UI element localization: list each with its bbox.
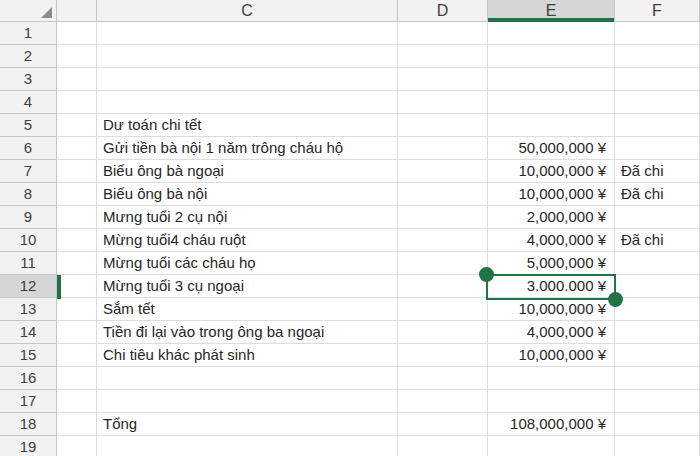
cell-B4[interactable]: [57, 91, 97, 114]
cell-F7[interactable]: Đã chi: [615, 160, 700, 183]
cell-C8[interactable]: Biếu ông bà nội: [97, 183, 398, 206]
column-header-b[interactable]: [57, 0, 97, 22]
cell-F6[interactable]: [615, 137, 700, 160]
column-header-D[interactable]: D: [398, 0, 488, 22]
cell-C12[interactable]: Mừng tuổi 3 cụ ngoại: [97, 275, 398, 298]
cell-C10[interactable]: Mừng tuổi4 cháu ruột: [97, 229, 398, 252]
cell-B13[interactable]: [57, 298, 97, 321]
cell-D9[interactable]: [398, 206, 488, 229]
column-header-F[interactable]: F: [615, 0, 700, 22]
cell-D2[interactable]: [398, 45, 488, 68]
cell-B10[interactable]: [57, 229, 97, 252]
cell-D4[interactable]: [398, 91, 488, 114]
cell-D6[interactable]: [398, 137, 488, 160]
row-header-11[interactable]: 11: [0, 252, 57, 275]
row-header-6[interactable]: 6: [0, 137, 57, 160]
row-header-9[interactable]: 9: [0, 206, 57, 229]
cell-B5[interactable]: [57, 114, 97, 137]
cell-E17[interactable]: [488, 390, 615, 413]
cell-E1[interactable]: [488, 22, 615, 45]
cell-F17[interactable]: [615, 390, 700, 413]
cell-F14[interactable]: [615, 321, 700, 344]
cell-F2[interactable]: [615, 45, 700, 68]
cell-F16[interactable]: [615, 367, 700, 390]
row-header-5[interactable]: 5: [0, 114, 57, 137]
cell-C4[interactable]: [97, 91, 398, 114]
row-header-7[interactable]: 7: [0, 160, 57, 183]
cell-B18[interactable]: [57, 413, 97, 436]
cell-D11[interactable]: [398, 252, 488, 275]
cell-B12[interactable]: [57, 275, 97, 298]
row-header-2[interactable]: 2: [0, 45, 57, 68]
row-header-13[interactable]: 13: [0, 298, 57, 321]
cell-E15[interactable]: 10,000,000 ¥: [488, 344, 615, 367]
cell-D1[interactable]: [398, 22, 488, 45]
cell-B17[interactable]: [57, 390, 97, 413]
cell-C3[interactable]: [97, 68, 398, 91]
selection-handle-bottom-right[interactable]: [608, 292, 623, 307]
cell-F1[interactable]: [615, 22, 700, 45]
cell-E8[interactable]: 10,000,000 ¥: [488, 183, 615, 206]
cell-F4[interactable]: [615, 91, 700, 114]
cell-D8[interactable]: [398, 183, 488, 206]
cell-B19[interactable]: [57, 436, 97, 456]
row-header-17[interactable]: 17: [0, 390, 57, 413]
cell-E10[interactable]: 4,000,000 ¥: [488, 229, 615, 252]
cell-B6[interactable]: [57, 137, 97, 160]
cell-F9[interactable]: [615, 206, 700, 229]
cell-B16[interactable]: [57, 367, 97, 390]
cell-B7[interactable]: [57, 160, 97, 183]
row-header-1[interactable]: 1: [0, 22, 57, 45]
cell-C6[interactable]: Gửi tiền bà nội 1 năm trông cháu hộ: [97, 137, 398, 160]
cell-C17[interactable]: [97, 390, 398, 413]
cell-B9[interactable]: [57, 206, 97, 229]
cell-B15[interactable]: [57, 344, 97, 367]
row-header-4[interactable]: 4: [0, 91, 57, 114]
cell-D16[interactable]: [398, 367, 488, 390]
cell-C2[interactable]: [97, 45, 398, 68]
selection-border[interactable]: [486, 274, 616, 300]
cell-E5[interactable]: [488, 114, 615, 137]
cell-F12[interactable]: [615, 275, 700, 298]
selection-handle-top-left[interactable]: [479, 267, 494, 282]
cell-C19[interactable]: [97, 436, 398, 456]
row-header-12[interactable]: 12: [0, 275, 57, 298]
row-header-19[interactable]: 19: [0, 436, 57, 456]
cell-F19[interactable]: [615, 436, 700, 456]
cell-D5[interactable]: [398, 114, 488, 137]
cell-C16[interactable]: [97, 367, 398, 390]
cell-B3[interactable]: [57, 68, 97, 91]
cell-D19[interactable]: [398, 436, 488, 456]
row-header-16[interactable]: 16: [0, 367, 57, 390]
cell-C15[interactable]: Chi tiêu khác phát sinh: [97, 344, 398, 367]
cell-B11[interactable]: [57, 252, 97, 275]
cell-D18[interactable]: [398, 413, 488, 436]
cell-D10[interactable]: [398, 229, 488, 252]
row-header-10[interactable]: 10: [0, 229, 57, 252]
cell-C7[interactable]: Biếu ông bà ngoại: [97, 160, 398, 183]
cell-F15[interactable]: [615, 344, 700, 367]
cell-B1[interactable]: [57, 22, 97, 45]
cell-E19[interactable]: [488, 436, 615, 456]
cell-D7[interactable]: [398, 160, 488, 183]
cell-B14[interactable]: [57, 321, 97, 344]
cell-E6[interactable]: 50,000,000 ¥: [488, 137, 615, 160]
cell-E3[interactable]: [488, 68, 615, 91]
cell-F13[interactable]: [615, 298, 700, 321]
cell-E18[interactable]: 108,000,000 ¥: [488, 413, 615, 436]
row-header-3[interactable]: 3: [0, 68, 57, 91]
cell-C1[interactable]: [97, 22, 398, 45]
cell-E4[interactable]: [488, 91, 615, 114]
cell-E7[interactable]: 10,000,000 ¥: [488, 160, 615, 183]
cell-C14[interactable]: Tiền đi lại vào trong ông ba ngoại: [97, 321, 398, 344]
row-header-14[interactable]: 14: [0, 321, 57, 344]
cell-F8[interactable]: Đã chi: [615, 183, 700, 206]
row-header-15[interactable]: 15: [0, 344, 57, 367]
row-header-18[interactable]: 18: [0, 413, 57, 436]
cell-D14[interactable]: [398, 321, 488, 344]
cell-C5[interactable]: Dư toán chi tết: [97, 114, 398, 137]
cell-D3[interactable]: [398, 68, 488, 91]
cell-E11[interactable]: 5,000,000 ¥: [488, 252, 615, 275]
cell-E16[interactable]: [488, 367, 615, 390]
cell-C13[interactable]: Sắm tết: [97, 298, 398, 321]
